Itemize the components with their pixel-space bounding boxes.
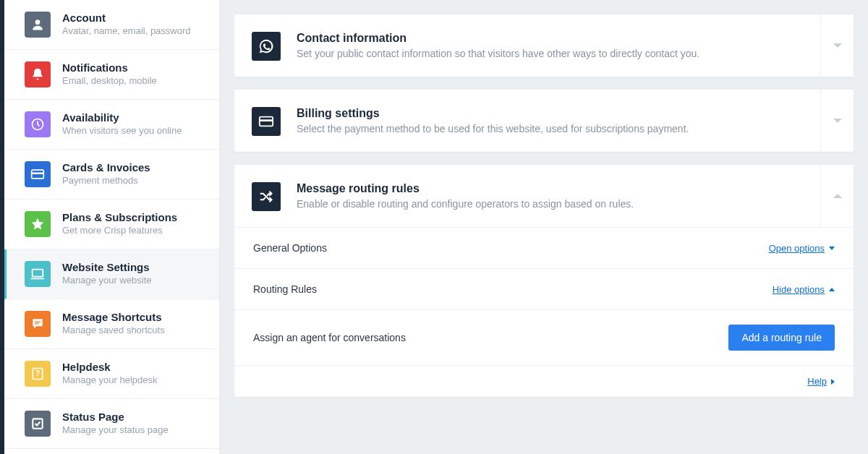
sidebar-item-account[interactable]: AccountAvatar, name, email, password — [4, 0, 219, 50]
sidebar-item-subtitle: Manage saved shortcuts — [62, 325, 165, 335]
svg-rect-6 — [35, 323, 39, 324]
expand-toggle[interactable] — [820, 14, 854, 77]
link-text: Help — [807, 376, 827, 387]
chevron-up-icon — [833, 194, 842, 198]
row-label: Routing Rules — [253, 283, 317, 295]
sidebar-item-title: Notifications — [62, 61, 157, 74]
sidebar-item-cards-invoices[interactable]: Cards & InvoicesPayment methods — [4, 150, 219, 200]
sidebar-item-notifications[interactable]: NotificationsEmail, desktop, mobile — [4, 50, 219, 100]
sidebar-item-subtitle: Manage your status page — [62, 424, 169, 435]
card-title: Message routing rules — [297, 182, 820, 195]
shuffle-icon — [252, 182, 281, 211]
link-text: Open options — [769, 243, 825, 254]
card-message-routing-rules: Message routing rules Enable or disable … — [234, 165, 854, 397]
chevron-up-icon — [829, 288, 835, 291]
collapse-toggle[interactable] — [820, 165, 854, 227]
sidebar-item-title: Website Settings — [62, 261, 152, 273]
sidebar-item-subtitle: Payment methods — [62, 175, 150, 186]
sidebar-item-availability[interactable]: AvailabilityWhen visitors see you online — [4, 100, 219, 150]
check-icon — [25, 411, 51, 437]
svg-rect-11 — [260, 119, 273, 121]
svg-point-0 — [35, 20, 41, 25]
row-label: Assign an agent for conversations — [253, 332, 406, 343]
sidebar-item-plans-subscriptions[interactable]: Plans & SubscriptionsGet more Crisp feat… — [4, 200, 219, 249]
card-description: Select the payment method to be used for… — [297, 123, 820, 134]
sidebar-item-title: Account — [62, 12, 191, 24]
sidebar-item-subtitle: When visitors see you online — [62, 125, 182, 136]
svg-rect-5 — [35, 322, 41, 322]
sidebar-item-subtitle: Manage your website — [62, 275, 152, 286]
whatsapp-icon — [252, 32, 281, 61]
link-text: Hide options — [773, 284, 825, 295]
row-label: General Options — [253, 242, 327, 254]
sidebar-item-subtitle: Email, desktop, mobile — [62, 75, 157, 86]
main-content: Contact information Set your public cont… — [220, 0, 868, 454]
person-icon — [25, 12, 51, 38]
help-icon: ? — [25, 361, 51, 387]
sidebar-item-subtitle: Avatar, name, email, password — [62, 25, 191, 36]
sidebar-item-helpdesk[interactable]: ?HelpdeskManage your helpdesk — [4, 349, 219, 399]
row-routing-rules: Routing Rules Hide options — [234, 268, 854, 309]
card-description: Enable or disable routing and configure … — [297, 198, 820, 210]
card-title: Billing settings — [297, 107, 820, 120]
sidebar-item-status-page[interactable]: Status PageManage your status page — [4, 399, 219, 449]
chevron-down-icon — [833, 43, 842, 48]
sidebar-item-title: Status Page — [62, 411, 169, 423]
svg-rect-4 — [33, 270, 43, 277]
card-contact-information[interactable]: Contact information Set your public cont… — [234, 14, 854, 77]
row-help: Help — [234, 365, 854, 397]
laptop-icon — [25, 261, 51, 287]
card-billing-settings[interactable]: Billing settings Select the payment meth… — [234, 90, 854, 152]
card-title: Contact information — [297, 32, 820, 45]
sidebar-item-subtitle: Get more Crisp features — [62, 225, 177, 236]
expand-toggle[interactable] — [820, 90, 854, 152]
card-icon — [25, 161, 51, 187]
card-description: Set your public contact information so t… — [297, 48, 820, 59]
sidebar-item-subtitle: Manage your helpdesk — [62, 374, 158, 385]
bell-icon — [25, 61, 51, 87]
chevron-down-icon — [829, 247, 835, 250]
message-icon — [25, 311, 51, 337]
card-icon — [252, 107, 281, 136]
sidebar-item-title: Helpdesk — [62, 361, 158, 373]
chevron-down-icon — [833, 119, 842, 123]
help-link[interactable]: Help — [807, 376, 835, 387]
svg-text:?: ? — [35, 369, 40, 377]
sidebar: AccountAvatar, name, email, passwordNoti… — [4, 0, 220, 454]
chevron-right-icon — [831, 379, 835, 385]
row-general-options: General Options Open options — [234, 227, 854, 268]
hide-options-link[interactable]: Hide options — [773, 284, 835, 295]
star-icon — [25, 211, 51, 237]
sidebar-item-title: Plans & Subscriptions — [62, 211, 177, 223]
row-assign-agent: Assign an agent for conversations Add a … — [234, 309, 854, 365]
sidebar-item-title: Cards & Invoices — [62, 161, 150, 174]
sidebar-item-title: Availability — [62, 111, 182, 124]
svg-rect-3 — [32, 173, 44, 175]
sidebar-item-message-shortcuts[interactable]: Message ShortcutsManage saved shortcuts — [4, 299, 219, 349]
sidebar-item-website-settings[interactable]: Website SettingsManage your website — [4, 249, 219, 299]
open-options-link[interactable]: Open options — [769, 243, 835, 254]
sidebar-item-title: Message Shortcuts — [62, 311, 165, 323]
add-routing-rule-button[interactable]: Add a routing rule — [728, 325, 835, 351]
clock-icon — [25, 111, 51, 137]
